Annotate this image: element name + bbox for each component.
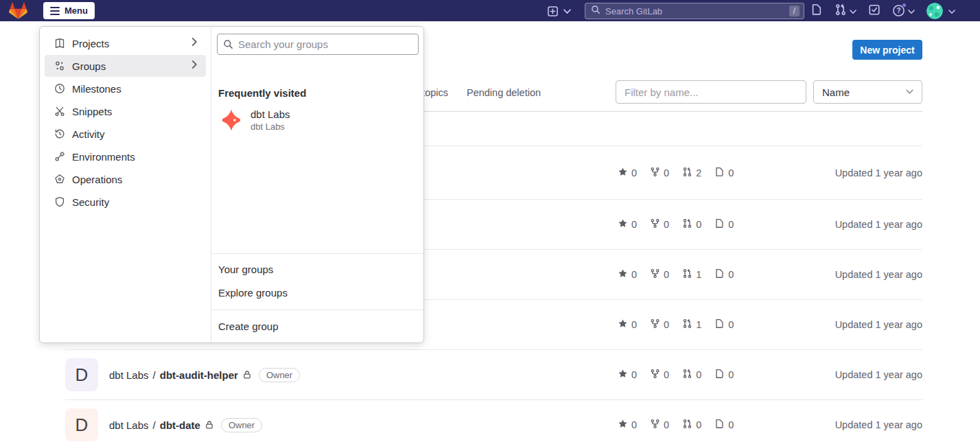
frequent-group-title: dbt Labs xyxy=(250,108,290,120)
merge-request-icon xyxy=(682,419,692,431)
fork-count[interactable]: 0 xyxy=(650,419,669,431)
issue-count[interactable]: 0 xyxy=(714,218,734,231)
project-avatar: D xyxy=(65,408,98,441)
gitlab-logo-icon[interactable] xyxy=(9,2,27,20)
merge-request-count[interactable]: 1 xyxy=(682,268,701,281)
sidebar-item-milestones[interactable]: Milestones xyxy=(45,78,206,100)
project-stats: 0 0 0 0 xyxy=(618,218,734,231)
activity-icon xyxy=(54,128,65,139)
merge-requests-dropdown[interactable] xyxy=(835,3,856,19)
fork-icon xyxy=(650,268,660,281)
issue-count[interactable]: 0 xyxy=(714,318,734,331)
updated-timestamp: Updated 1 year ago xyxy=(835,219,922,230)
fork-count[interactable]: 0 xyxy=(650,218,669,231)
merge-request-icon xyxy=(682,268,692,281)
svg-text:?: ? xyxy=(896,7,900,14)
menu-button[interactable]: Menu xyxy=(43,2,95,19)
updated-timestamp: Updated 1 year ago xyxy=(835,369,922,380)
groups-search-input[interactable] xyxy=(238,38,412,50)
search-icon xyxy=(223,39,233,49)
sidebar-item-activity[interactable]: Activity xyxy=(45,123,206,145)
merge-request-count[interactable]: 0 xyxy=(682,419,701,431)
merge-request-count[interactable]: 2 xyxy=(682,167,701,179)
sidebar-item-snippets[interactable]: Snippets xyxy=(45,100,206,122)
issues-icon xyxy=(714,167,725,179)
project-stats: 0 0 1 0 xyxy=(618,318,734,331)
sidebar-item-security[interactable]: Security xyxy=(45,191,206,213)
project-name[interactable]: dbt Labs / dbt-audit-helper Owner xyxy=(109,368,300,382)
issue-count[interactable]: 0 xyxy=(714,369,734,381)
issues-icon xyxy=(714,318,725,331)
merge-request-count[interactable]: 0 xyxy=(682,218,701,231)
fork-icon xyxy=(650,218,660,231)
fork-count[interactable]: 0 xyxy=(650,167,669,179)
new-menu-dropdown[interactable] xyxy=(547,5,571,17)
frequently-visited-heading: Frequently visited xyxy=(218,87,306,99)
dbt-labs-logo-icon xyxy=(220,108,243,132)
new-project-button[interactable]: New project xyxy=(852,40,922,60)
divider xyxy=(211,253,423,254)
sidebar-item-projects[interactable]: Projects xyxy=(45,32,206,54)
fork-count[interactable]: 0 xyxy=(650,369,669,381)
star-count[interactable]: 0 xyxy=(618,268,637,281)
star-count[interactable]: 0 xyxy=(618,419,637,431)
issues-icon[interactable] xyxy=(810,3,823,19)
explore-groups-link[interactable]: Explore groups xyxy=(218,281,417,304)
star-icon xyxy=(618,369,628,381)
chevron-down-icon xyxy=(906,89,913,95)
updated-timestamp: Updated 1 year ago xyxy=(835,319,922,330)
merge-request-icon xyxy=(682,218,692,231)
star-count[interactable]: 0 xyxy=(618,218,637,231)
table-row[interactable]: D dbt Labs / dbt-date Owner 0 0 0 0 Upda… xyxy=(65,399,922,442)
star-icon xyxy=(618,268,628,281)
fork-count[interactable]: 0 xyxy=(650,318,669,331)
merge-request-count[interactable]: 0 xyxy=(682,369,701,381)
project-name[interactable]: dbt Labs / dbt-date Owner xyxy=(109,418,262,432)
merge-request-count[interactable]: 1 xyxy=(682,318,701,331)
create-group-link[interactable]: Create group xyxy=(218,314,417,338)
project-stats: 0 0 0 0 xyxy=(618,369,734,381)
star-icon xyxy=(618,167,628,179)
issue-count[interactable]: 0 xyxy=(714,167,734,179)
star-count[interactable]: 0 xyxy=(618,167,637,179)
chevron-down-icon xyxy=(563,5,571,17)
sidebar-item-groups[interactable]: Groups xyxy=(45,55,206,77)
global-search-input[interactable] xyxy=(605,6,789,16)
table-row[interactable]: D dbt Labs / dbt-audit-helper Owner 0 0 … xyxy=(65,349,922,399)
fork-count[interactable]: 0 xyxy=(650,268,669,281)
help-icon: ? xyxy=(892,4,905,17)
main-menu-dropdown: Projects Groups Milestones Snippets Acti… xyxy=(39,26,424,343)
groups-panel: Frequently visited dbt Labs dbt Labs You… xyxy=(211,27,423,342)
sort-select[interactable]: Name xyxy=(813,80,922,104)
frequent-group-subtitle: dbt Labs xyxy=(250,121,290,132)
todos-icon[interactable] xyxy=(868,3,880,19)
global-search[interactable]: / xyxy=(585,3,804,19)
star-icon xyxy=(618,218,628,231)
groups-search[interactable] xyxy=(217,34,419,55)
menu-button-label: Menu xyxy=(65,5,88,16)
tab-pending-deletion[interactable]: Pending deletion xyxy=(467,87,541,98)
chevron-down-icon xyxy=(850,5,856,17)
your-groups-link[interactable]: Your groups xyxy=(218,257,417,281)
user-menu[interactable] xyxy=(926,3,955,19)
security-icon xyxy=(54,196,65,207)
filter-by-name-input[interactable] xyxy=(616,80,806,104)
chevron-down-icon xyxy=(948,5,955,17)
sidebar-item-operations[interactable]: Operations xyxy=(45,168,206,190)
search-icon xyxy=(591,5,600,17)
star-count[interactable]: 0 xyxy=(618,318,637,331)
project-icon xyxy=(54,38,65,49)
issue-count[interactable]: 0 xyxy=(714,268,734,281)
help-dropdown[interactable]: ? xyxy=(892,4,915,17)
chevron-right-icon xyxy=(191,37,198,49)
updated-timestamp: Updated 1 year ago xyxy=(835,269,922,280)
fork-icon xyxy=(650,369,660,381)
milestones-icon xyxy=(54,83,65,94)
sidebar-item-environments[interactable]: Environments xyxy=(45,146,206,167)
project-avatar: D xyxy=(65,358,98,391)
frequent-group-item[interactable]: dbt Labs dbt Labs xyxy=(220,108,290,132)
issue-count[interactable]: 0 xyxy=(714,419,734,431)
star-count[interactable]: 0 xyxy=(618,369,637,381)
project-stats: 0 0 1 0 xyxy=(618,268,734,281)
owner-badge: Owner xyxy=(259,368,300,382)
